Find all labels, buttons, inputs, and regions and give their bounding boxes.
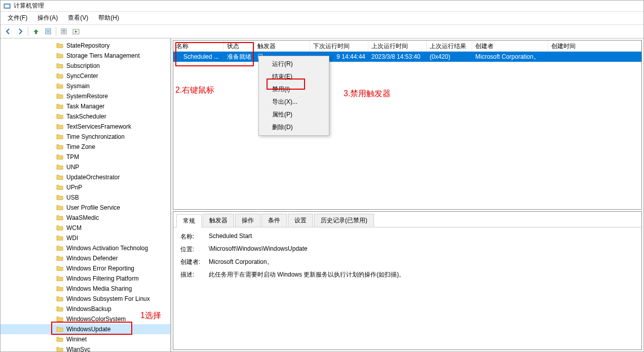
- tree-item[interactable]: User Profile Service: [1, 203, 170, 213]
- tree-item[interactable]: Time Synchronization: [1, 132, 170, 142]
- menu-view[interactable]: 查看(V): [63, 13, 93, 23]
- col-created[interactable]: 创建时间: [548, 41, 641, 51]
- tree-item-label: UNP: [66, 164, 79, 171]
- tree-item[interactable]: TextServicesFramework: [1, 122, 170, 132]
- col-lastresult[interactable]: 上次运行结果: [427, 41, 472, 51]
- tree-item[interactable]: USB: [1, 192, 170, 203]
- back-icon[interactable]: [3, 26, 14, 37]
- tree-item-label: WindowsColorSystem: [66, 316, 126, 323]
- tab-triggers[interactable]: 触发器: [203, 214, 234, 227]
- tree-item[interactable]: Time Zone: [1, 142, 170, 152]
- tabs: 常规 触发器 操作 条件 设置 历史记录(已禁用): [173, 212, 641, 227]
- app-icon: [4, 3, 11, 10]
- tree-item[interactable]: TPM: [1, 152, 170, 162]
- titlebar: 计算机管理: [1, 1, 643, 12]
- folder-icon: [56, 174, 63, 180]
- up-icon[interactable]: [30, 26, 42, 37]
- tree-item[interactable]: TaskScheduler: [1, 111, 170, 122]
- tree-item[interactable]: WDI: [1, 233, 170, 243]
- tree-item-label: Time Synchronization: [66, 133, 125, 140]
- tree-item[interactable]: Sysmain: [1, 81, 170, 91]
- label-name: 名称:: [180, 232, 209, 241]
- tree-item[interactable]: SyncCenter: [1, 71, 170, 81]
- toolbar-separator: [56, 27, 56, 36]
- tree-item-label: Windows Media Sharing: [66, 285, 132, 292]
- svg-rect-7: [62, 32, 65, 33]
- tree-item-label: WaaSMedic: [66, 214, 99, 221]
- folder-icon: [56, 276, 63, 282]
- tree[interactable]: StateRepositoryStorage Tiers ManagementS…: [1, 38, 170, 351]
- properties-icon[interactable]: [58, 26, 69, 37]
- label-author: 创建者:: [180, 258, 209, 266]
- tree-item[interactable]: UPnP: [1, 182, 170, 192]
- ctx-disable[interactable]: 禁用(I): [260, 83, 328, 96]
- run-icon[interactable]: [70, 26, 82, 37]
- tree-item[interactable]: WCM: [1, 223, 170, 233]
- folder-icon: [56, 93, 63, 99]
- refresh-icon[interactable]: [43, 26, 54, 37]
- tree-item[interactable]: Storage Tiers Management: [1, 51, 170, 61]
- tree-item[interactable]: SystemRestore: [1, 91, 170, 101]
- menu-action[interactable]: 操作(A): [32, 13, 63, 23]
- table-row[interactable]: Scheduled ... 准备就绪 已... 9 14:44:44 2023/…: [173, 52, 641, 62]
- tree-item[interactable]: WlanSvc: [1, 344, 170, 351]
- tab-general[interactable]: 常规: [176, 214, 202, 227]
- tree-item[interactable]: StateRepository: [1, 41, 170, 51]
- folder-icon: [56, 124, 63, 130]
- ctx-export[interactable]: 导出(X)...: [260, 96, 328, 108]
- tree-item-label: User Profile Service: [66, 204, 120, 211]
- col-name[interactable]: 名称: [173, 41, 224, 51]
- col-nextrun[interactable]: 下次运行时间: [310, 41, 368, 51]
- tree-item[interactable]: Windows Subsystem For Linux: [1, 294, 170, 304]
- tree-item-label: Windows Activation Technolog: [66, 245, 148, 252]
- tab-settings[interactable]: 设置: [288, 214, 313, 227]
- tree-item-label: WDI: [66, 234, 78, 242]
- tree-item-label: StateRepository: [66, 42, 109, 49]
- tree-item-label: Task Manager: [66, 103, 104, 110]
- ctx-run[interactable]: 运行(R): [260, 58, 328, 70]
- col-trigger[interactable]: 触发器: [254, 41, 310, 51]
- ctx-properties[interactable]: 属性(P): [260, 108, 328, 121]
- forward-icon[interactable]: [15, 26, 26, 37]
- folder-icon: [56, 164, 63, 170]
- col-status[interactable]: 状态: [224, 41, 254, 51]
- tree-item-label: Storage Tiers Management: [66, 52, 140, 59]
- tree-item[interactable]: WindowsUpdate: [1, 324, 170, 334]
- tree-item[interactable]: Windows Defender: [1, 253, 170, 263]
- tree-item[interactable]: Task Manager: [1, 101, 170, 111]
- tree-item[interactable]: Wininet: [1, 334, 170, 344]
- col-author[interactable]: 创建者: [472, 41, 548, 51]
- tree-item-label: Sysmain: [66, 83, 90, 90]
- folder-icon: [56, 63, 63, 69]
- tree-item-label: USB: [66, 194, 79, 201]
- tab-conditions[interactable]: 条件: [261, 214, 287, 227]
- ctx-delete[interactable]: 删除(D): [260, 121, 328, 134]
- sidebar: StateRepositoryStorage Tiers ManagementS…: [1, 38, 171, 351]
- tree-item-label: Windows Defender: [66, 255, 118, 262]
- tree-item[interactable]: Windows Media Sharing: [1, 284, 170, 294]
- tree-item[interactable]: Windows Filtering Platform: [1, 273, 170, 284]
- menu-file[interactable]: 文件(F): [3, 13, 32, 23]
- cell-status: 准备就绪: [224, 52, 254, 62]
- tree-item[interactable]: Windows Error Reporting: [1, 263, 170, 273]
- ctx-end[interactable]: 结束(E): [260, 70, 328, 83]
- tree-item-label: WCM: [66, 224, 82, 231]
- folder-icon: [56, 336, 63, 342]
- label-location: 位置:: [180, 245, 209, 254]
- menu-help[interactable]: 帮助(H): [93, 13, 124, 23]
- col-lastrun[interactable]: 上次运行时间: [368, 41, 427, 51]
- tree-item[interactable]: WaaSMedic: [1, 213, 170, 223]
- tree-item[interactable]: Windows Activation Technolog: [1, 243, 170, 253]
- tab-actions[interactable]: 操作: [235, 214, 260, 227]
- folder-icon: [56, 265, 63, 271]
- tab-history[interactable]: 历史记录(已禁用): [314, 214, 374, 227]
- main-pane: 名称 状态 触发器 下次运行时间 上次运行时间 上次运行结果 创建者 创建时间 …: [171, 38, 643, 351]
- tree-item[interactable]: UpdateOrchestrator: [1, 172, 170, 182]
- folder-icon: [56, 53, 63, 59]
- tree-item[interactable]: WindowsBackup: [1, 304, 170, 314]
- tree-item[interactable]: UNP: [1, 162, 170, 172]
- svg-rect-1: [5, 5, 10, 7]
- tree-item[interactable]: WindowsColorSystem: [1, 314, 170, 324]
- tree-item-label: WindowsBackup: [66, 305, 111, 312]
- tree-item[interactable]: Subscription: [1, 61, 170, 71]
